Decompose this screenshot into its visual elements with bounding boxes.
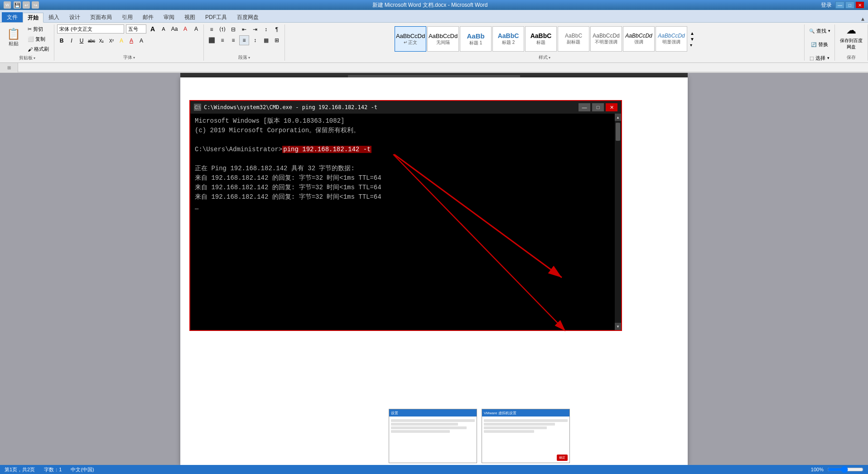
maximize-button[interactable]: □ bbox=[845, 1, 854, 9]
cmd-line-3 bbox=[195, 135, 612, 145]
cut-icon: ✂ bbox=[28, 26, 32, 32]
tab-insert[interactable]: 插入 bbox=[43, 12, 64, 22]
tab-file[interactable]: 文件 bbox=[2, 12, 23, 22]
cmd-scroll-thumb[interactable] bbox=[616, 123, 620, 141]
numbering-button[interactable]: ⑴ bbox=[217, 24, 227, 34]
styles-scroll-down[interactable]: ▼ bbox=[690, 37, 694, 42]
style-strong-em[interactable]: AaBbCcDd 明显强调 bbox=[656, 26, 687, 52]
select-button[interactable]: ⬚ 选择 ▾ bbox=[807, 52, 832, 64]
cut-button[interactable]: ✂ 剪切 bbox=[25, 24, 51, 34]
zoom-slider[interactable] bbox=[827, 466, 863, 473]
strikethrough-button[interactable]: abc bbox=[87, 36, 96, 45]
style-h1[interactable]: AaBb 标题 1 bbox=[460, 26, 492, 52]
sort-button[interactable]: ↕ bbox=[261, 24, 271, 34]
tab-review[interactable]: 审阅 bbox=[159, 12, 179, 22]
close-button[interactable]: ✕ bbox=[855, 1, 864, 9]
save-to-cloud-button[interactable]: ☁ 保存到百度网盘 bbox=[838, 24, 865, 50]
horizontal-ruler bbox=[18, 63, 868, 72]
ribbon: 文件 开始 插入 设计 页面布局 引用 邮件 审阅 视图 PDF工具 百度网盘 … bbox=[0, 10, 868, 63]
tab-layout[interactable]: 页面布局 bbox=[85, 12, 117, 22]
bold-button[interactable]: B bbox=[57, 36, 66, 45]
copy-icon: ⬜ bbox=[28, 36, 34, 42]
increase-indent-button[interactable]: ⇥ bbox=[250, 24, 260, 34]
ruler: ⊞ bbox=[0, 63, 868, 73]
cmd-title-text: C:\Windows\system32\CMD.exe - ping 192.1… bbox=[204, 104, 377, 110]
style-normal[interactable]: AaBbCcDd ↵ 正文 bbox=[395, 26, 426, 52]
style-no-spacing[interactable]: AaBbCcDd 无间隔 bbox=[427, 26, 459, 52]
font-color-more[interactable]: A bbox=[192, 24, 201, 34]
align-right-button[interactable]: ≡ bbox=[228, 35, 238, 45]
decrease-indent-button[interactable]: ⇤ bbox=[239, 24, 249, 34]
style-subtitle[interactable]: AaBbC 副标题 bbox=[558, 26, 589, 52]
style-h2[interactable]: AaBbC 标题 2 bbox=[492, 26, 524, 52]
cmd-scrollbar[interactable]: ▲ ▼ bbox=[615, 114, 621, 330]
tab-references[interactable]: 引用 bbox=[117, 12, 138, 22]
cmd-line-9: 来自 192.168.182.142 的回复: 字节=32 时间<1ms TTL… bbox=[195, 192, 612, 202]
thumb2-titlebar: VMware 虚拟机设置 bbox=[482, 409, 569, 417]
format-painter-button[interactable]: 🖌 格式刷 bbox=[25, 44, 51, 54]
italic-button[interactable]: I bbox=[67, 36, 76, 45]
login-link[interactable]: 登录 bbox=[821, 1, 832, 9]
cmd-maximize-button[interactable]: □ bbox=[592, 103, 604, 111]
cmd-highlighted-command: ping 192.168.182.142 -t bbox=[282, 146, 371, 153]
quick-access-undo[interactable]: ↩ bbox=[23, 1, 30, 9]
cmd-line-6: 正在 Ping 192.168.182.142 具有 32 字节的数据: bbox=[195, 164, 612, 173]
style-subtle-em[interactable]: AaBbCcDd 不明显强调 bbox=[590, 26, 622, 52]
cmd-body[interactable]: Microsoft Windows [版本 10.0.18363.1082] (… bbox=[190, 114, 621, 330]
quick-access-redo[interactable]: ↪ bbox=[32, 1, 39, 9]
align-left-button[interactable]: ⬛ bbox=[207, 35, 217, 45]
font-size-input[interactable] bbox=[126, 24, 146, 34]
styles-scroll-up[interactable]: ▲ bbox=[690, 31, 694, 36]
minimize-button[interactable]: — bbox=[835, 1, 844, 9]
tab-mailings[interactable]: 邮件 bbox=[138, 12, 159, 22]
change-case-button[interactable]: Aa bbox=[170, 24, 179, 34]
group-editing: 🔍 查找 ▾ 🔄 替换 ⬚ 选择 ▾ 编辑 ▾ bbox=[805, 24, 835, 61]
superscript-button[interactable]: X² bbox=[107, 36, 116, 45]
shading-button[interactable]: ▦ bbox=[261, 35, 271, 45]
cmd-window[interactable]: C:\ C:\Windows\system32\CMD.exe - ping 1… bbox=[189, 100, 622, 331]
multilevel-list-button[interactable]: ⊟ bbox=[228, 24, 238, 34]
line-spacing-button[interactable]: ↕ bbox=[250, 35, 260, 45]
style-title[interactable]: AaBbC 标题 bbox=[525, 26, 557, 52]
style-emphasis[interactable]: AaBbCcDd 强调 bbox=[623, 26, 655, 52]
bullets-button[interactable]: ≡ bbox=[207, 24, 217, 34]
copy-button[interactable]: ⬜ 复制 bbox=[25, 34, 51, 44]
tab-design[interactable]: 设计 bbox=[64, 12, 85, 22]
font-color-button[interactable]: A bbox=[127, 36, 136, 45]
underline-button[interactable]: U bbox=[77, 36, 86, 45]
show-hide-button[interactable]: ¶ bbox=[272, 24, 282, 34]
font-shrink-button[interactable]: A bbox=[159, 24, 168, 34]
font-grow-button[interactable]: A bbox=[148, 24, 157, 34]
document-area[interactable]: Performing your installation setup tasks… bbox=[0, 73, 868, 465]
replace-button[interactable]: 🔄 替换 bbox=[807, 38, 832, 51]
tab-pdf[interactable]: PDF工具 bbox=[200, 12, 232, 22]
cmd-minimize-button[interactable]: — bbox=[579, 103, 590, 111]
quick-access-save[interactable]: 💾 bbox=[14, 1, 21, 9]
group-styles: AaBbCcDd ↵ 正文 AaBbCcDd 无间隔 AaBb 标题 1 AaB… bbox=[285, 24, 805, 61]
paste-button[interactable]: 📋 粘贴 bbox=[3, 24, 24, 50]
highlight-button[interactable]: A bbox=[117, 36, 126, 45]
borders-button[interactable]: ⊞ bbox=[272, 35, 282, 45]
cmd-body-wrapper: Microsoft Windows [版本 10.0.18363.1082] (… bbox=[190, 114, 621, 330]
document-page[interactable]: C:\ C:\Windows\system32\CMD.exe - ping 1… bbox=[180, 77, 688, 465]
cmd-scroll-down-button[interactable]: ▼ bbox=[615, 323, 621, 330]
align-center-button[interactable]: ≡ bbox=[217, 35, 227, 45]
tab-baidu[interactable]: 百度网盘 bbox=[232, 12, 264, 22]
justify-button[interactable]: ≡ bbox=[239, 35, 249, 45]
font-label: 字体 ▾ bbox=[123, 54, 135, 61]
ribbon-collapse-btn[interactable]: ▴ bbox=[861, 15, 864, 22]
font-name-input[interactable] bbox=[57, 24, 124, 34]
group-paragraph: ≡ ⑴ ⊟ ⇤ ⇥ ↕ ¶ ⬛ ≡ ≡ ≡ ↕ ▦ ⊞ bbox=[204, 24, 285, 61]
language-info: 中文(中国) bbox=[71, 466, 94, 473]
cmd-close-button[interactable]: ✕ bbox=[606, 103, 617, 111]
save-label: 保存 bbox=[847, 54, 856, 61]
tab-home[interactable]: 开始 bbox=[23, 13, 43, 23]
find-button[interactable]: 🔍 查找 ▾ bbox=[807, 24, 832, 37]
font-bg-button[interactable]: A bbox=[137, 36, 146, 45]
tab-view[interactable]: 视图 bbox=[179, 12, 200, 22]
styles-more[interactable]: ▾ bbox=[690, 43, 694, 48]
clear-format-button[interactable]: A bbox=[181, 24, 190, 34]
subscript-button[interactable]: X₂ bbox=[97, 36, 106, 45]
cmd-scroll-up-button[interactable]: ▲ bbox=[615, 114, 621, 121]
title-bar: W 💾 ↩ ↪ 新建 Microsoft Word 文档.docx - Micr… bbox=[0, 0, 868, 10]
